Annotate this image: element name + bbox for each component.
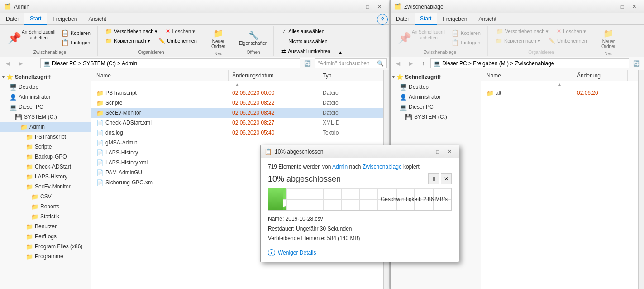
select-none-button[interactable]: ☐ Nichts auswählen [278,37,330,46]
sidebar-item-desktop-r[interactable]: 🖥️ Desktop [391,82,481,92]
pin-button[interactable]: 📌 An Schnellzugriffanheften [6,28,57,48]
sidebar-item-dieser-pc-r[interactable]: 💻 Dieser PC [391,102,481,112]
sidebar-item-reports[interactable]: 📁 Reports [0,202,91,212]
sidebar-section-schnellzugriff-r[interactable]: ▾ ⭐ Schnellzugriff [391,72,481,82]
tab-datei-r[interactable]: Datei [391,13,415,25]
sidebar-item-benutzer[interactable]: 📁 Benutzer [0,222,91,231]
close-button[interactable]: ✕ [373,2,385,11]
cancel-button[interactable]: ✕ [441,173,452,184]
copy-dialog-close[interactable]: ✕ [444,147,455,156]
tab-freigeben[interactable]: Freigeben [47,13,83,25]
sidebar-item-desktop[interactable]: 🖥️ Desktop [0,82,91,92]
rename-r[interactable]: ✏️ Umbenennen [545,36,590,45]
table-row[interactable]: 📁 Scripte 02.06.2020 08:22 Dateio [91,98,383,108]
col-date-r[interactable]: Änderung [573,70,628,81]
sidebar-item-admin-r[interactable]: 👤 Administrator [391,92,481,102]
file-name-secev-monitor: 📁 SecEv-Monitor [93,109,229,116]
minimize-button[interactable]: ─ [605,2,616,11]
invert-selection-button[interactable]: ⇄ Auswahl umkehren [278,47,334,56]
table-row[interactable]: 📄 Check-ADStart.xml 02.06.2020 08:27 XML… [91,118,383,128]
maximize-button[interactable]: □ [616,2,628,11]
move-to-r[interactable]: 📁 Verschieben nach ▾ [493,27,552,36]
sidebar-section-schnellzugriff[interactable]: ▾ ⭐ Schnellzugriff [0,72,91,82]
sidebar-item-secev-monitor[interactable]: 📁 SecEv-Monitor [0,182,91,192]
sidebar-item-dieser-pc[interactable]: 💻 Dieser PC [0,102,91,112]
sidebar-item-pstranscript[interactable]: 📁 PSTranscript [0,132,91,142]
col-date[interactable]: Änderungsdatum [229,70,319,81]
sidebar-item-system-c-r[interactable]: 💾 SYSTEM (C:) [391,112,481,122]
tab-freigeben-r[interactable]: Freigeben [437,13,473,25]
move-to-button[interactable]: 📁 Verschieben nach ▾ [102,27,161,36]
properties-button[interactable]: 🔧 Eigenschaften [237,29,270,47]
sidebar-item-scripte[interactable]: 📁 Scripte [0,142,91,152]
copy-dialog-minimize[interactable]: ─ [420,147,432,156]
left-window-title: Admin [14,4,350,10]
sidebar-item-backup-gpo[interactable]: 📁 Backup-GPO [0,152,91,162]
col-type[interactable]: Typ [319,70,364,81]
delete-button[interactable]: ✕ Löschen ▾ [162,27,198,36]
tab-ansicht-r[interactable]: Ansicht [473,13,502,25]
col-name[interactable]: Name [93,70,229,81]
copy-label: Kopieren [71,30,91,36]
pin-icon-r: 📌 [397,29,412,47]
group-label-zwischenablage: Zwischenablage [33,50,66,55]
right-scrollbar[interactable] [638,70,644,289]
sidebar-item-perflogs[interactable]: 📁 PerfLogs [0,231,91,241]
forward-button-r[interactable]: ▶ [405,58,416,69]
copy-to-button[interactable]: 📁 Kopieren nach ▾ [102,36,153,45]
table-row[interactable]: 📄 dns.log 02.06.2020 05:40 Textdo [91,128,383,138]
refresh-button-r[interactable]: 🔄 [631,58,642,69]
less-details-button[interactable]: ▲ Weniger Details [268,249,452,256]
minimize-button[interactable]: ─ [350,2,362,11]
rename-button[interactable]: ✏️ Umbenennen [155,36,200,45]
paste-button-r[interactable]: 📋 Einfügen [448,38,484,47]
new-folder-r[interactable]: 📁 NeuerOrdner [599,27,618,50]
items-label: Verbleibende Elemente: [268,235,325,241]
sidebar-item-administrator[interactable]: 👤 Administrator [0,92,91,102]
sidebar-item-csv[interactable]: 📁 CSV [0,192,91,202]
ribbon-group-items-oeffnen: 🔧 Eigenschaften [237,27,270,49]
tab-ansicht[interactable]: Ansicht [83,13,112,25]
copy-to-icon: 📁 [105,38,112,44]
select-all-button[interactable]: ☑ Alles auswählen [278,27,328,36]
delete-r[interactable]: ✕ Löschen ▾ [553,27,589,36]
back-button[interactable]: ◀ [2,58,13,69]
tab-start[interactable]: Start [24,13,47,25]
sidebar-item-program-files[interactable]: 📁 Program Files (x86) [0,241,91,251]
up-button[interactable]: ↑ [28,58,38,69]
new-folder-button[interactable]: 📁 NeuerOrdner [209,27,228,50]
copy-button[interactable]: 📋 Kopieren [58,29,94,38]
remaining-value: Ungefähr 30 Sekunden [296,226,352,232]
address-path[interactable]: 💻 Dieser PC > SYSTEM (C:) > Admin [40,58,300,68]
tab-start-r[interactable]: Start [415,13,437,25]
tab-datei[interactable]: Datei [0,13,24,25]
sidebar-item-programme[interactable]: 📁 Programme [0,251,91,261]
back-button-r[interactable]: ◀ [392,58,403,69]
sidebar-item-laps-history[interactable]: 📁 LAPS-History [0,172,91,182]
maximize-button[interactable]: □ [362,2,373,11]
copy-to-r[interactable]: 📁 Kopieren nach ▾ [492,36,544,45]
paste-button[interactable]: 📋 Einfügen [58,38,94,47]
table-row[interactable]: 📁 SecEv-Monitor 02.06.2020 08:42 Dateio [91,108,383,118]
table-row-r[interactable]: 📁 alt 02.06.20 [481,88,638,98]
sidebar-item-admin[interactable]: 📁 Admin [0,122,91,132]
sidebar-item-statistik[interactable]: 📁 Statistik [0,212,91,222]
pause-button[interactable]: ⏸ [428,173,439,184]
search-box[interactable]: "Admin" durchsuchen 🔍 [315,58,387,68]
col-name-r[interactable]: Name [483,70,573,81]
pin-button-r[interactable]: 📌 An Schnellzugriffanheften [396,28,447,48]
copy-source-text: 719 Elemente werden von Admin nach Zwisc… [268,164,452,170]
table-row[interactable]: 📁 PSTranscript 02.06.2020 00:00 Dateio [91,88,383,98]
refresh-button[interactable]: 🔄 [302,58,313,69]
copy-button-r[interactable]: 📋 Kopieren [448,29,484,38]
forward-button[interactable]: ▶ [15,58,26,69]
copy-dialog-maximize[interactable]: □ [432,147,444,156]
file-list-header: Name Änderungsdatum Typ [91,70,383,81]
up-button-r[interactable]: ↑ [418,58,429,69]
ribbon-help[interactable]: ? [377,14,388,25]
right-address-path[interactable]: 💻 Dieser PC > Freigaben (M:) > Zwischena… [430,58,629,68]
sidebar-item-system-c[interactable]: 💾 SYSTEM (C:) [0,112,91,122]
ribbon-collapse[interactable]: ▲ [338,50,343,55]
close-button[interactable]: ✕ [628,2,640,11]
sidebar-item-check-adstart[interactable]: 📁 Check-ADStart [0,162,91,172]
